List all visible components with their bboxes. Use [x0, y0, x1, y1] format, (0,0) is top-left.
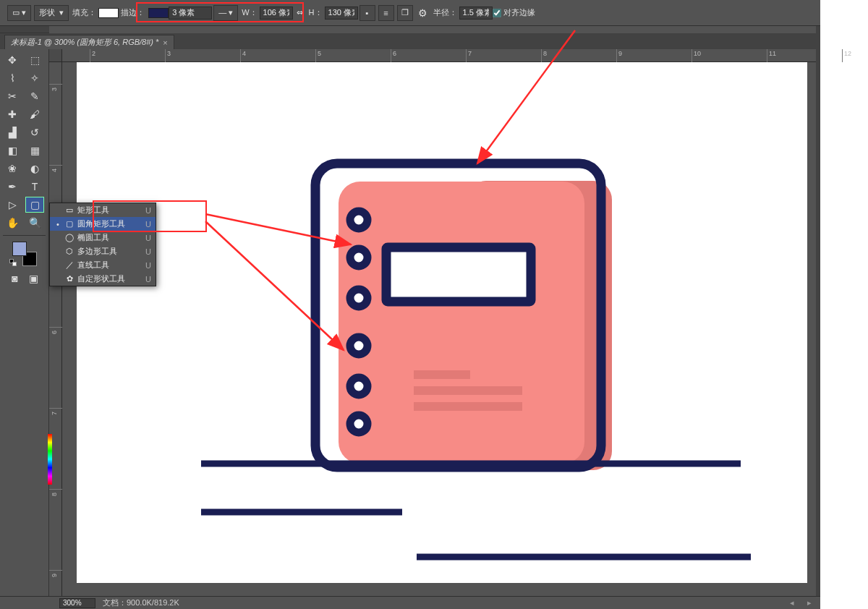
svg-point-4	[350, 211, 367, 229]
options-bar: ▭ ▾ 形状 ▾ 填充： 描边： — ▾ W： ⇔ H： ▪ ≡ ❐ ⚙ 半径：…	[0, 0, 820, 26]
align-edges-label: 对齐边缘	[503, 7, 535, 18]
stamp-tool[interactable]: ▟	[3, 124, 22, 140]
gear-icon[interactable]: ⚙	[414, 7, 431, 19]
pen-tool[interactable]: ✒	[3, 179, 22, 195]
document-tab-strip: 未标题-1 @ 300% (圆角矩形 6, RGB/8#) * ×	[0, 33, 820, 49]
zoom-input[interactable]	[59, 598, 95, 608]
expand-strip[interactable]	[0, 26, 49, 33]
svg-point-5	[350, 249, 367, 266]
zoom-tool[interactable]: 🔍	[25, 215, 44, 231]
svg-point-6	[350, 289, 367, 307]
history-brush-tool[interactable]: ↺	[25, 124, 44, 140]
stroke-width-input[interactable]	[169, 7, 212, 20]
path-combine-icon[interactable]: ▪	[359, 5, 375, 21]
svg-point-8	[350, 378, 367, 395]
svg-rect-2	[339, 182, 584, 464]
magic-wand-tool[interactable]: ✧	[25, 70, 44, 86]
fill-label: 填充：	[72, 7, 96, 18]
dodge-tool[interactable]: ◐	[25, 161, 44, 176]
flyout-item[interactable]: •▢圆角矩形工具U	[50, 217, 156, 231]
scroll-right-icon[interactable]: ▸	[804, 598, 814, 608]
color-indicator	[48, 434, 52, 485]
path-arrange-icon[interactable]: ❐	[397, 5, 413, 21]
flyout-item[interactable]: ✿自定形状工具U	[50, 272, 156, 286]
link-icon[interactable]: ⇔	[297, 8, 303, 17]
brush-tool[interactable]: 🖌	[25, 106, 44, 122]
crop-tool[interactable]: ✂	[3, 88, 22, 104]
tool-preset[interactable]: ▭ ▾	[7, 5, 31, 21]
flyout-item[interactable]: ⬡多边形工具U	[50, 244, 156, 258]
document-tab-title: 未标题-1 @ 300% (圆角矩形 6, RGB/8#) *	[11, 37, 158, 48]
toolbox: ✥ ⬚ ⌇ ✧ ✂ ✎ ✚ 🖌 ▟ ↺ ◧ ▦ ❀ ◐ ✒ T ▷ ▢ ✋	[0, 49, 49, 596]
doc-size-label: 文档：900.0K/819.2K	[103, 597, 179, 608]
width-label: W：	[242, 7, 257, 18]
flyout-item[interactable]: ／直线工具U	[50, 258, 156, 272]
move-tool[interactable]: ✥	[3, 52, 22, 68]
lasso-tool[interactable]: ⌇	[3, 70, 22, 86]
svg-rect-10	[414, 370, 470, 379]
hand-tool[interactable]: ✋	[3, 215, 22, 231]
height-label: H：	[309, 7, 323, 18]
document-tab[interactable]: 未标题-1 @ 300% (圆角矩形 6, RGB/8#) * ×	[4, 35, 174, 49]
eyedropper-tool[interactable]: ✎	[25, 88, 44, 104]
ruler-horizontal[interactable]: 23456789101112	[62, 49, 820, 62]
width-input[interactable]	[260, 7, 293, 20]
stroke-label: 描边：	[121, 7, 145, 18]
close-icon[interactable]: ×	[163, 38, 167, 47]
eraser-tool[interactable]: ◧	[3, 142, 22, 158]
blur-tool[interactable]: ❀	[3, 161, 22, 176]
gradient-tool[interactable]: ▦	[25, 142, 44, 158]
path-align-icon[interactable]: ≡	[378, 5, 394, 21]
shape-mode-label: 形状	[39, 7, 55, 18]
scroll-left-icon[interactable]: ◂	[787, 598, 797, 608]
flyout-item[interactable]: ▭矩形工具U	[50, 203, 156, 217]
shape-mode-select[interactable]: 形状 ▾	[34, 5, 69, 21]
svg-point-7	[350, 337, 367, 354]
path-select-tool[interactable]: ▷	[3, 197, 22, 213]
viewport[interactable]	[62, 62, 820, 583]
marquee-tool[interactable]: ⬚	[25, 52, 44, 68]
fg-swatch[interactable]	[12, 242, 27, 256]
shape-flyout-menu: ▭矩形工具U•▢圆角矩形工具U◯椭圆工具U⬡多边形工具U／直线工具U✿自定形状工…	[49, 203, 156, 286]
healing-tool[interactable]: ✚	[3, 106, 22, 122]
align-edges-checkbox[interactable]	[493, 9, 501, 17]
type-tool[interactable]: T	[25, 179, 44, 195]
quickmask-icon[interactable]: ◙	[8, 272, 22, 285]
flyout-item[interactable]: ◯椭圆工具U	[50, 231, 156, 244]
artwork	[77, 62, 807, 583]
ruler-corner[interactable]	[49, 49, 62, 62]
svg-rect-11	[414, 386, 522, 395]
radius-label: 半径：	[433, 7, 457, 18]
stroke-swatch[interactable]	[148, 8, 169, 18]
svg-rect-3	[386, 247, 531, 302]
fill-swatch[interactable]	[98, 8, 119, 18]
canvas[interactable]	[77, 62, 807, 583]
svg-point-9	[350, 415, 367, 433]
color-fgbg[interactable]	[12, 242, 37, 266]
height-input[interactable]	[325, 7, 358, 20]
screenmode-icon[interactable]: ▣	[27, 272, 41, 285]
ruler-vertical[interactable]: 3456789	[49, 62, 62, 596]
status-bar: 文档：900.0K/819.2K ◂ ▸	[0, 596, 820, 609]
stroke-type-select[interactable]: — ▾	[213, 5, 238, 21]
radius-input[interactable]	[459, 7, 493, 20]
shape-tool[interactable]: ▢	[25, 197, 44, 213]
svg-rect-12	[414, 402, 522, 411]
canvas-area: 23456789101112 3456789	[49, 49, 820, 596]
